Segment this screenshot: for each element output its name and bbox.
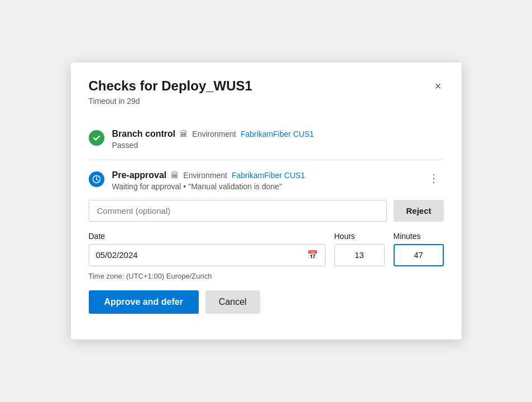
cancel-button[interactable]: Cancel bbox=[205, 290, 260, 314]
pre-approval-content: Pre-approval 🏛 Environment FabrikamFiber… bbox=[112, 170, 416, 191]
pre-approval-section: Pre-approval 🏛 Environment FabrikamFiber… bbox=[89, 160, 444, 324]
comment-input[interactable] bbox=[89, 200, 387, 222]
branch-control-title-row: Branch control 🏛 Environment FabrikamFib… bbox=[112, 129, 444, 139]
approve-defer-button[interactable]: Approve and defer bbox=[89, 290, 199, 314]
date-time-row: Date 📅 Hours Minutes bbox=[89, 232, 444, 266]
pre-approval-row: Pre-approval 🏛 Environment FabrikamFiber… bbox=[89, 170, 444, 191]
svg-line-2 bbox=[97, 179, 98, 180]
hours-label: Hours bbox=[334, 232, 385, 241]
action-row: Approve and defer Cancel bbox=[89, 290, 444, 314]
branch-control-status: Passed bbox=[112, 141, 444, 150]
pre-approval-status: Waiting for approval • "Manual validatio… bbox=[112, 182, 416, 191]
branch-control-env-link[interactable]: FabrikamFiber CUS1 bbox=[241, 130, 314, 138]
pre-approval-title-row: Pre-approval 🏛 Environment FabrikamFiber… bbox=[112, 170, 416, 180]
branch-control-section: Branch control 🏛 Environment FabrikamFib… bbox=[89, 119, 444, 160]
pre-approval-name: Pre-approval bbox=[112, 170, 167, 180]
branch-control-content: Branch control 🏛 Environment FabrikamFib… bbox=[112, 129, 444, 150]
date-field-group: Date 📅 bbox=[89, 232, 325, 266]
pre-approval-env-label: Environment bbox=[183, 171, 227, 180]
modal-subtitle: Timeout in 29d bbox=[89, 97, 252, 106]
header-text: Checks for Deploy_WUS1 Timeout in 29d bbox=[89, 78, 252, 106]
comment-reject-row: Reject bbox=[89, 200, 444, 222]
pre-approval-env-link[interactable]: FabrikamFiber CUS1 bbox=[232, 171, 305, 180]
branch-control-env-label: Environment bbox=[192, 130, 236, 138]
check-circle-icon bbox=[89, 130, 104, 146]
date-label: Date bbox=[89, 232, 325, 241]
minutes-input[interactable] bbox=[394, 244, 444, 266]
hours-input[interactable] bbox=[334, 244, 385, 266]
pre-approval-form: Reject Date 📅 Hours Minutes bbox=[89, 200, 444, 314]
close-button[interactable]: × bbox=[433, 78, 444, 94]
pre-approval-icon bbox=[89, 171, 104, 187]
clock-icon bbox=[89, 171, 104, 187]
hours-field-group: Hours bbox=[334, 232, 385, 266]
branch-control-env-icon: 🏛 bbox=[180, 130, 188, 138]
minutes-label: Minutes bbox=[394, 232, 444, 241]
branch-control-name: Branch control bbox=[112, 129, 176, 139]
minutes-field-group: Minutes bbox=[394, 232, 444, 266]
three-dot-menu-button[interactable]: ⋮ bbox=[424, 170, 444, 186]
date-input-wrapper: 📅 bbox=[89, 244, 325, 266]
calendar-icon[interactable]: 📅 bbox=[307, 250, 318, 260]
timezone-text: Time zone: (UTC+1:00) Europe/Zurich bbox=[89, 272, 444, 280]
pre-approval-env-icon: 🏛 bbox=[171, 171, 179, 180]
branch-control-row: Branch control 🏛 Environment FabrikamFib… bbox=[89, 129, 444, 150]
modal-header: Checks for Deploy_WUS1 Timeout in 29d × bbox=[89, 78, 444, 106]
date-input[interactable] bbox=[96, 250, 307, 260]
reject-button[interactable]: Reject bbox=[394, 200, 443, 222]
branch-control-icon bbox=[89, 130, 104, 146]
modal-container: Checks for Deploy_WUS1 Timeout in 29d × … bbox=[71, 63, 462, 339]
modal-title: Checks for Deploy_WUS1 bbox=[89, 78, 252, 94]
